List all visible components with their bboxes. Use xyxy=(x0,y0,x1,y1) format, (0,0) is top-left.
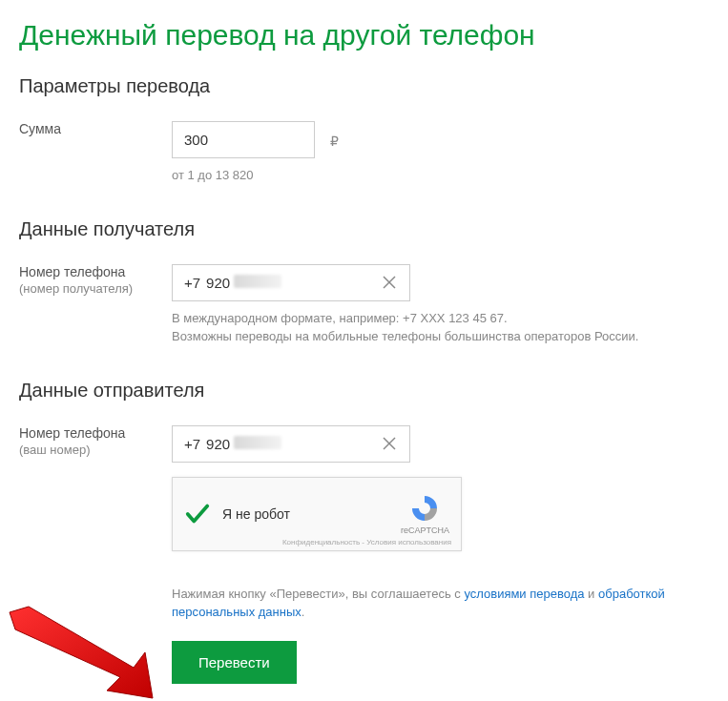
label-amount: Сумма xyxy=(19,121,172,136)
label-recipient-phone: Номер телефона xyxy=(19,264,172,279)
clear-icon[interactable] xyxy=(377,431,402,456)
blurred-digits xyxy=(234,436,281,449)
recipient-phone-hint: В международном формате, например: +7 XX… xyxy=(172,309,709,346)
sender-phone-input[interactable]: 920 xyxy=(206,426,377,462)
heading-recipient: Данные получателя xyxy=(19,218,709,240)
recaptcha-label: Я не робот xyxy=(222,506,290,522)
recipient-phone-input[interactable]: 920 xyxy=(206,265,377,300)
currency-symbol: ₽ xyxy=(330,134,339,149)
amount-input[interactable] xyxy=(172,121,315,158)
clear-icon[interactable] xyxy=(377,270,402,295)
label-sender-phone: Номер телефона xyxy=(19,425,172,441)
link-terms[interactable]: условиями перевода xyxy=(464,587,584,601)
recaptcha-widget[interactable]: Я не робот reCAPTCHA Конфиденциальность … xyxy=(172,477,462,551)
recaptcha-checkmark-icon xyxy=(184,501,211,527)
recipient-phone-field[interactable]: +7 920 xyxy=(172,264,410,301)
heading-params: Параметры перевода xyxy=(19,75,709,97)
submit-button[interactable]: Перевести xyxy=(172,641,297,684)
recaptcha-terms: Конфиденциальность - Условия использован… xyxy=(282,538,451,546)
section-params: Параметры перевода Сумма ₽ от 1 до 13 82… xyxy=(19,75,709,185)
blurred-digits xyxy=(234,275,281,288)
recipient-phone-prefix: +7 xyxy=(184,265,206,300)
page-title: Денежный перевод на другой телефон xyxy=(19,19,709,52)
amount-hint: от 1 до 13 820 xyxy=(172,166,709,185)
sender-phone-field[interactable]: +7 920 xyxy=(172,425,410,463)
sublabel-sender-phone: (ваш номер) xyxy=(19,443,172,457)
sender-phone-prefix: +7 xyxy=(184,426,206,462)
sublabel-recipient-phone: (номер получателя) xyxy=(19,281,172,296)
section-sender: Данные отправителя Номер телефона (ваш н… xyxy=(19,380,709,684)
heading-sender: Данные отправителя xyxy=(19,380,709,402)
recaptcha-logo: reCAPTCHA xyxy=(401,493,449,535)
consent-text: Нажимая кнопку «Перевести», вы соглашает… xyxy=(172,585,709,622)
section-recipient: Данные получателя Номер телефона (номер … xyxy=(19,218,709,346)
